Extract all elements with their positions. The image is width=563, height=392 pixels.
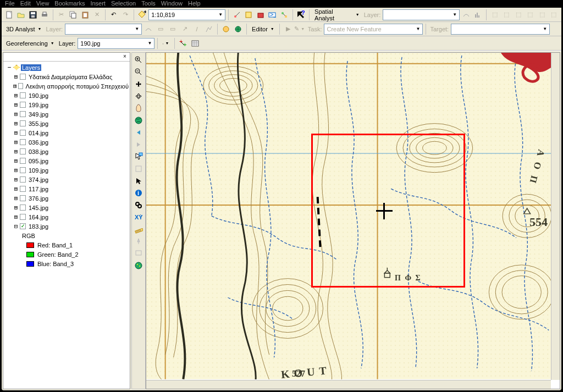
layer-item[interactable]: ⊞164.jpg	[3, 212, 130, 222]
geography-network-icon[interactable]	[133, 260, 144, 271]
close-toc-icon[interactable]: ×	[121, 53, 129, 61]
find-icon[interactable]	[133, 200, 144, 211]
layer-label[interactable]: 349.jpg	[27, 111, 49, 118]
editor-toolbar-icon[interactable]	[231, 9, 242, 20]
layer-item[interactable]: ⊞199.jpg	[3, 100, 130, 109]
menu-selection[interactable]: Selection	[111, 0, 136, 8]
tree-root[interactable]: − Layers	[3, 63, 130, 72]
layer-label[interactable]: 199.jpg	[27, 102, 49, 108]
full-extent-icon[interactable]	[133, 115, 144, 126]
layer-label[interactable]: 376.jpg	[27, 195, 49, 202]
arc-toolbox-icon[interactable]	[255, 9, 266, 20]
fixed-zoom-out-icon[interactable]	[133, 91, 144, 102]
twist-icon[interactable]: ⊞	[12, 92, 20, 99]
layer-checkbox[interactable]	[18, 83, 23, 89]
layer-checkbox[interactable]	[20, 176, 26, 183]
layer-item[interactable]: ⊞095.jpg	[3, 156, 130, 165]
layer-tree[interactable]: − Layers ⊞Υδατικά Διαμερίσματα Ελλάδας⊞Λ…	[3, 62, 130, 389]
whats-this-icon[interactable]: ?	[296, 9, 306, 20]
layer-label[interactable]: 109.jpg	[27, 167, 49, 174]
layer-label[interactable]: Υδατικά Διαμερίσματα Ελλάδας	[27, 74, 113, 80]
georeferencing-menu[interactable]: Georeferencing	[4, 38, 57, 49]
layer-item[interactable]: ⊞036.jpg	[3, 137, 130, 147]
layer-checkbox[interactable]	[20, 74, 26, 80]
twist-icon[interactable]: ⊞	[12, 204, 20, 211]
add-control-points-icon[interactable]: ++	[178, 38, 189, 49]
layer-checkbox[interactable]	[20, 111, 26, 117]
menu-edit[interactable]: Edit	[20, 0, 31, 8]
open-icon[interactable]	[15, 9, 26, 20]
twist-icon[interactable]: ⊞	[12, 139, 20, 146]
menu-help[interactable]: Help	[188, 0, 201, 8]
new-icon[interactable]	[4, 9, 14, 20]
fixed-zoom-in-icon[interactable]	[133, 79, 144, 90]
map-view[interactable]: 554 527 KOUT A O Π Π Φ Σ	[146, 52, 560, 389]
twist-icon[interactable]: ⊞	[12, 185, 20, 192]
layer-item[interactable]: ⊞355.jpg	[3, 119, 130, 128]
layer-item[interactable]: ⊞190.jpg	[3, 91, 130, 100]
layer-checkbox[interactable]	[20, 186, 26, 192]
measure-icon[interactable]	[133, 224, 144, 235]
menubar[interactable]: File Edit View Bookmarks Insert Selectio…	[2, 0, 561, 8]
layer-checkbox[interactable]	[20, 158, 26, 164]
goto-xy-icon[interactable]: XY	[133, 212, 144, 223]
undo-icon[interactable]: ↶	[108, 9, 119, 20]
layer-label[interactable]: 117.jpg	[27, 186, 49, 192]
layer-label[interactable]: 014.jpg	[27, 130, 49, 136]
arc-catalog-icon[interactable]	[244, 9, 254, 20]
view-link-table-icon[interactable]	[190, 38, 201, 49]
twist-icon[interactable]: ⊞	[12, 82, 18, 90]
menu-view[interactable]: View	[36, 0, 49, 8]
menu-file[interactable]: File	[5, 0, 15, 8]
georef-layer-combo[interactable]: 190.jpg	[78, 38, 154, 49]
layer-item[interactable]: ⊞145.jpg	[3, 203, 130, 212]
menu-window[interactable]: Window	[161, 0, 183, 8]
twist-icon[interactable]: ⊟	[12, 223, 20, 230]
prev-extent-icon[interactable]	[133, 127, 144, 138]
layer-item[interactable]: ⊞376.jpg	[3, 194, 130, 203]
layer-item[interactable]: ⊞Υδατικά Διαμερίσματα Ελλάδας	[3, 72, 130, 81]
twist-icon[interactable]: −	[5, 64, 13, 71]
twist-icon[interactable]: ⊞	[12, 101, 20, 108]
menu-tools[interactable]: Tools	[141, 0, 156, 8]
twist-icon[interactable]: ⊞	[12, 73, 20, 80]
layer-checkbox[interactable]	[20, 92, 26, 98]
layer-label[interactable]: 355.jpg	[27, 120, 49, 127]
twist-icon[interactable]: ⊞	[12, 120, 20, 127]
twist-icon[interactable]: ⊞	[12, 148, 20, 155]
zoom-out-icon[interactable]	[133, 67, 144, 78]
layer-item[interactable]: ⊞117.jpg	[3, 184, 130, 194]
layer-label[interactable]: 095.jpg	[27, 158, 49, 164]
layer-checkbox[interactable]	[20, 223, 26, 229]
layer-checkbox[interactable]	[20, 102, 26, 108]
layer-item[interactable]: ⊟183.jpg	[3, 222, 130, 231]
rotate-tool-icon[interactable]	[161, 38, 172, 49]
select-features-icon[interactable]	[133, 151, 144, 162]
scrollbar-horizontal[interactable]	[146, 380, 551, 389]
select-elements-icon[interactable]	[133, 175, 144, 186]
save-icon[interactable]	[27, 9, 38, 20]
layer-item[interactable]: ⊞374.jpg	[3, 175, 130, 184]
layer-label[interactable]: 145.jpg	[27, 205, 49, 211]
editor-menu[interactable]: Editor	[250, 24, 277, 35]
layer-item[interactable]: ⊞038.jpg	[3, 147, 130, 156]
spatial-analyst-menu[interactable]: Spatial Analyst	[312, 9, 362, 20]
3d-analyst-menu[interactable]: 3D Analyst	[4, 24, 44, 35]
layer-checkbox[interactable]	[20, 130, 26, 136]
layer-checkbox[interactable]	[20, 148, 26, 154]
layer-label[interactable]: Λεκάνη απορροής ποταμού Σπερχειού	[25, 83, 130, 90]
arcscene-icon[interactable]	[220, 24, 231, 35]
layer-label[interactable]: 183.jpg	[27, 223, 49, 230]
twist-icon[interactable]: ⊞	[12, 176, 20, 183]
model-builder-icon[interactable]	[279, 9, 289, 20]
layer-checkbox[interactable]	[20, 214, 26, 220]
layer-checkbox[interactable]	[20, 195, 26, 201]
layer-item[interactable]: ⊞349.jpg	[3, 109, 130, 119]
layer-label[interactable]: 164.jpg	[27, 214, 49, 220]
menu-bookmarks[interactable]: Bookmarks	[54, 0, 85, 8]
pan-icon[interactable]	[133, 103, 144, 114]
layer-checkbox[interactable]	[20, 205, 26, 211]
twist-icon[interactable]: ⊞	[12, 213, 20, 220]
layer-checkbox[interactable]	[20, 120, 26, 126]
print-icon[interactable]	[39, 9, 49, 20]
